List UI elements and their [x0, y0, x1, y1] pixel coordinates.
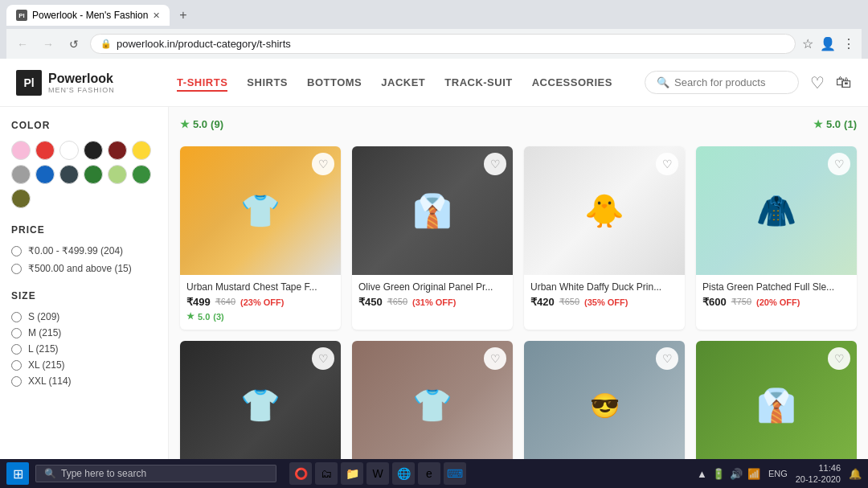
color-swatches-grid	[11, 141, 157, 208]
logo-icon: Pl	[16, 70, 42, 96]
cart-button[interactable]: 🛍	[836, 73, 852, 92]
price-label-high: ₹500.00 and above (15)	[28, 263, 132, 274]
color-swatch-darkgreen[interactable]	[132, 165, 151, 184]
taskbar-app-chrome[interactable]: 🌐	[392, 462, 415, 485]
color-swatch-pink[interactable]	[11, 141, 31, 160]
wifi-icon[interactable]: 📶	[747, 468, 760, 480]
nav-jacket[interactable]: JACKET	[381, 73, 425, 92]
color-swatch-green[interactable]	[84, 165, 103, 184]
nav-shirts[interactable]: SHIRTS	[247, 73, 288, 92]
product-card-6[interactable]: 👕 ♡	[352, 341, 513, 470]
product-card-5[interactable]: 👕 ♡	[180, 341, 341, 470]
color-swatch-grey[interactable]	[11, 165, 31, 184]
size-radio-l[interactable]	[11, 344, 22, 355]
tab-close-button[interactable]: ✕	[153, 10, 160, 21]
price-option-low[interactable]: ₹0.00 - ₹499.99 (204)	[11, 245, 157, 256]
product-card-8[interactable]: 👔 ♡	[696, 341, 857, 470]
nav-tracksuit[interactable]: TRACK-SUIT	[444, 73, 512, 92]
taskbar-app-word[interactable]: W	[366, 462, 389, 485]
taskbar-search-icon: 🔍	[44, 468, 56, 479]
wishlist-btn-1[interactable]: ♡	[312, 153, 334, 175]
color-swatch-olive[interactable]	[11, 189, 31, 208]
bookmark-button[interactable]: ☆	[802, 36, 813, 51]
network-icon[interactable]: ▲	[697, 468, 707, 480]
price-current-1: ₹499	[186, 296, 211, 308]
nav-tshirts[interactable]: T-SHIRTS	[177, 73, 227, 92]
product-card-4[interactable]: 🧥 ♡ Pista Green Patched Full Sle... ₹600…	[696, 146, 857, 330]
size-radio-xl[interactable]	[11, 360, 22, 371]
wishlist-btn-4[interactable]: ♡	[828, 153, 850, 175]
top-rating-badge-right: ★ 5.0 (1)	[813, 118, 857, 130]
color-swatch-white[interactable]	[59, 141, 79, 160]
address-bar[interactable]: 🔒 powerlook.in/product-category/t-shirts	[90, 34, 796, 54]
battery-icon[interactable]: 🔋	[712, 468, 725, 480]
size-filter-title: SIZE	[11, 290, 157, 301]
product-card-7[interactable]: 😎 ♡	[524, 341, 685, 470]
taskbar-app-explorer[interactable]: 📁	[341, 462, 363, 485]
reload-button[interactable]: ↺	[64, 35, 84, 54]
price-radio-low[interactable]	[11, 246, 22, 256]
nav-accessories[interactable]: ACCESSORIES	[532, 73, 612, 92]
wishlist-btn-2[interactable]: ♡	[484, 153, 506, 175]
size-radio-m[interactable]	[11, 328, 22, 338]
notification-icon[interactable]: 🔔	[849, 468, 862, 480]
price-option-high[interactable]: ₹500.00 and above (15)	[11, 263, 157, 274]
back-button[interactable]: ←	[13, 35, 32, 54]
color-swatch-lightgreen[interactable]	[108, 165, 127, 184]
forward-button[interactable]: →	[39, 35, 58, 54]
taskbar-clock[interactable]: 11:46 20-12-2020	[796, 462, 841, 486]
wishlist-button[interactable]: ♡	[810, 73, 825, 92]
header-search[interactable]: 🔍	[645, 71, 799, 94]
price-current-3: ₹420	[530, 296, 555, 308]
taskbar-search[interactable]: 🔍 Type here to search	[35, 465, 276, 482]
taskbar-system-icons: ▲ 🔋 🔊 📶	[697, 468, 760, 480]
color-swatch-red[interactable]	[35, 141, 55, 160]
color-swatch-navy[interactable]	[59, 165, 79, 184]
search-input[interactable]	[674, 76, 787, 88]
color-swatch-maroon[interactable]	[108, 141, 127, 160]
size-option-xxl[interactable]: XXL (114)	[11, 375, 157, 387]
size-option-l[interactable]: L (215)	[11, 343, 157, 355]
taskbar-app-edge[interactable]: e	[418, 462, 440, 485]
wishlist-btn-3[interactable]: ♡	[656, 153, 678, 175]
product-price-3: ₹420 ₹650 (35% OFF)	[530, 296, 678, 308]
clock-time: 11:46	[818, 462, 841, 474]
size-label-l: L (215)	[28, 343, 59, 355]
wishlist-btn-6[interactable]: ♡	[484, 347, 506, 370]
product-card-2[interactable]: 👔 ♡ Olive Green Original Panel Pr... ₹45…	[352, 146, 513, 330]
main-nav: T-SHIRTS SHIRTS BOTTOMS JACKET TRACK-SUI…	[145, 73, 645, 92]
taskbar-app-vscode[interactable]: ⌨	[444, 462, 466, 485]
product-name-4: Pista Green Patched Full Sle...	[702, 281, 850, 293]
taskbar-app-taskview[interactable]: 🗂	[315, 462, 338, 485]
color-swatch-black[interactable]	[84, 141, 103, 160]
taskbar-app-cortana[interactable]: ⭕	[289, 462, 312, 485]
tab-favicon: Pl	[16, 10, 27, 21]
extensions-button[interactable]: ⋮	[842, 36, 855, 51]
star-icon-right: ★	[813, 118, 823, 130]
new-tab-button[interactable]: +	[173, 5, 193, 26]
size-option-s[interactable]: S (209)	[11, 311, 157, 322]
volume-icon[interactable]: 🔊	[730, 468, 743, 480]
product-card-3[interactable]: 🐥 ♡ Urban White Daffy Duck Prin... ₹420 …	[524, 146, 685, 330]
product-card-1[interactable]: 👕 ♡ Urban Mustard Chest Tape F... ₹499 ₹…	[180, 146, 341, 330]
profile-button[interactable]: 👤	[820, 36, 836, 51]
size-radio-s[interactable]	[11, 312, 22, 322]
start-button[interactable]: ⊞	[6, 462, 29, 485]
size-radio-xxl[interactable]	[11, 376, 22, 387]
wishlist-btn-8[interactable]: ♡	[828, 347, 850, 370]
product-image-3: 🐥 ♡	[524, 146, 685, 275]
wishlist-btn-5[interactable]: ♡	[312, 347, 334, 370]
wishlist-btn-7[interactable]: ♡	[656, 347, 678, 370]
size-option-m[interactable]: M (215)	[11, 327, 157, 338]
color-swatch-blue[interactable]	[35, 165, 55, 184]
color-swatch-yellow[interactable]	[132, 141, 151, 160]
logo-text: Powerlook MEN'S FASHION	[48, 72, 115, 94]
price-label-low: ₹0.00 - ₹499.99 (204)	[28, 245, 123, 256]
price-radio-high[interactable]	[11, 264, 22, 274]
active-tab[interactable]: Pl Powerlook - Men's Fashion ✕	[6, 5, 170, 26]
nav-bottoms[interactable]: BOTTOMS	[307, 73, 362, 92]
taskbar-apps: ⭕ 🗂 📁 W 🌐 e ⌨	[289, 462, 466, 485]
size-option-xl[interactable]: XL (215)	[11, 359, 157, 371]
top-rating-badge-left: ★ 5.0 (9)	[180, 118, 223, 130]
clock-date: 20-12-2020	[796, 474, 841, 485]
